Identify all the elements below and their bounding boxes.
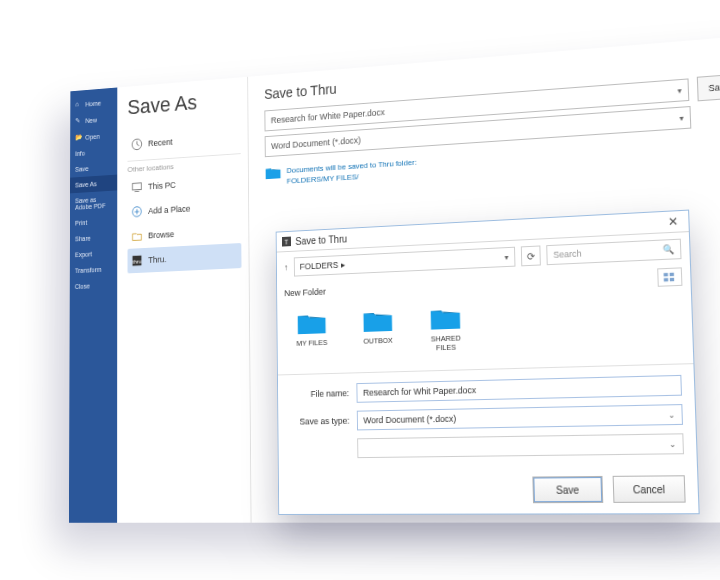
thru-icon: T bbox=[282, 237, 291, 247]
save-dialog: T Save to Thru ✕ ↑ FOLDERS ▸ ▾ ⟳ Search … bbox=[276, 210, 700, 515]
savetype-label: Save as type: bbox=[289, 416, 349, 427]
folder-icon bbox=[429, 305, 462, 332]
nav-item-save-as-pdf[interactable]: Save as Adobe PDF bbox=[70, 190, 117, 215]
open-icon: 📂 bbox=[75, 134, 82, 142]
chevron-down-icon: ▾ bbox=[677, 86, 681, 95]
new-folder-button[interactable]: New Folder bbox=[284, 287, 326, 298]
svg-rect-8 bbox=[670, 278, 674, 282]
chevron-down-icon: ▾ bbox=[504, 252, 508, 261]
page-title: Save As bbox=[127, 87, 240, 120]
dialog-savetype-select[interactable]: Word Document (*.docx) ⌄ bbox=[357, 404, 683, 430]
chevron-down-icon: ⌄ bbox=[668, 410, 676, 420]
folder-icon bbox=[296, 310, 327, 336]
folder-item[interactable]: OUTBOX bbox=[355, 307, 400, 355]
thru-icon: thru bbox=[131, 254, 143, 268]
chevron-down-icon: ⌄ bbox=[669, 439, 677, 449]
svg-rect-6 bbox=[670, 273, 674, 277]
close-icon[interactable]: ✕ bbox=[664, 214, 683, 229]
home-icon: ⌂ bbox=[75, 100, 82, 108]
backstage-sidenav: ⌂Home ✎New 📂Open Info Save Save As Save … bbox=[69, 87, 117, 522]
browse-icon bbox=[131, 229, 143, 243]
save-to-thru-button[interactable]: Save to Thru bbox=[696, 71, 720, 101]
svg-text:thru: thru bbox=[132, 258, 141, 264]
clock-icon bbox=[131, 137, 143, 151]
folder-icon bbox=[265, 166, 281, 180]
refresh-button[interactable]: ⟳ bbox=[521, 245, 541, 266]
nav-item-close[interactable]: Close bbox=[70, 277, 118, 295]
svg-rect-7 bbox=[664, 278, 668, 282]
refresh-icon: ⟳ bbox=[527, 250, 535, 261]
location-recent[interactable]: Recent bbox=[127, 125, 240, 157]
search-icon: 🔍 bbox=[663, 244, 675, 255]
path-field[interactable]: FOLDERS ▸ ▾ bbox=[293, 247, 515, 277]
chevron-down-icon: ▾ bbox=[679, 113, 683, 123]
dialog-save-button[interactable]: Save bbox=[532, 476, 603, 503]
folder-item[interactable]: MY FILES bbox=[290, 310, 334, 357]
dialog-filename-input[interactable]: Research for Whit Paper.docx bbox=[356, 375, 682, 403]
folder-item[interactable]: SHARED FILES bbox=[422, 304, 469, 352]
folder-icon bbox=[362, 307, 394, 334]
dialog-cancel-button[interactable]: Cancel bbox=[613, 475, 686, 503]
add-place-icon bbox=[131, 205, 143, 219]
search-input[interactable]: Search 🔍 bbox=[546, 239, 681, 266]
pc-icon bbox=[131, 180, 143, 194]
dialog-form: File name: Research for Whit Paper.docx … bbox=[278, 363, 697, 479]
location-thru[interactable]: thru Thru. bbox=[128, 243, 242, 273]
filename-label: File name: bbox=[289, 388, 349, 399]
location-column: Save As Recent Other locations This PC A… bbox=[117, 77, 251, 523]
svg-rect-5 bbox=[664, 273, 668, 277]
dialog-title: Save to Thru bbox=[295, 233, 347, 246]
new-icon: ✎ bbox=[75, 117, 82, 125]
svg-rect-1 bbox=[132, 183, 141, 190]
nav-up-icon[interactable]: ↑ bbox=[284, 262, 288, 272]
dialog-extra-select[interactable]: ⌄ bbox=[357, 433, 684, 458]
view-options-button[interactable] bbox=[657, 267, 682, 286]
